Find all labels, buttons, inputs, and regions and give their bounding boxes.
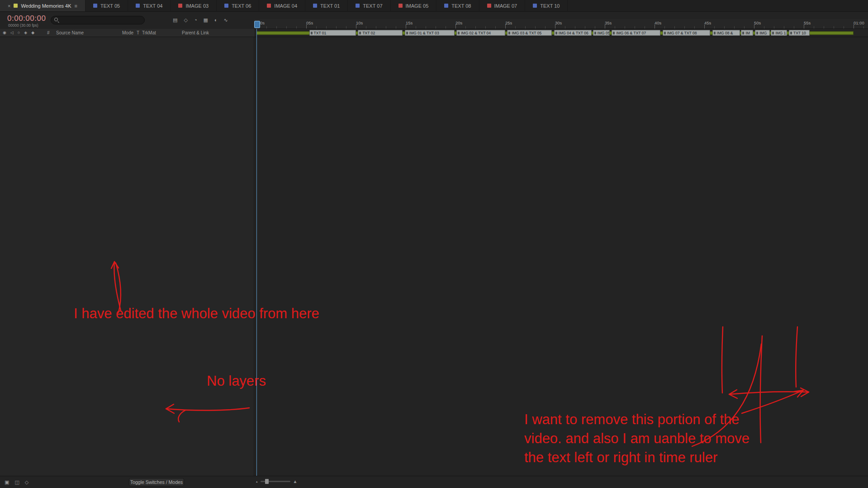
timeline-clip[interactable]: TXT 10 (789, 30, 810, 36)
time-ruler-area: :00s05s10s15s20s25s30s35s40s45s50s55s01:… (254, 12, 868, 29)
timeline-controls: 0:00:00:00 00000 (30.00 fps) ▤◇◔▦◐∿ (0, 12, 254, 29)
work-area-row: TXT 01TXT 02IMG 01 & TXT 03IMG 02 & TXT … (254, 29, 868, 37)
time-ruler-label: 10s (356, 20, 363, 25)
zoom-slider[interactable] (261, 481, 290, 482)
clip-label: IMG 1 (774, 31, 786, 35)
close-tab-icon[interactable]: × (8, 3, 10, 9)
comp-label-swatch (14, 4, 18, 8)
index-column-header: # (47, 30, 50, 35)
track-area-empty[interactable] (254, 37, 868, 476)
timeline-clip[interactable]: IMG (755, 30, 770, 36)
timeline-clip[interactable]: IMG 08 & (712, 30, 740, 36)
clip-label: TXT 10 (792, 31, 806, 35)
toggle-switches-modes-button[interactable]: Toggle Switches / Modes (129, 478, 184, 486)
time-ruler-label: 50s (754, 20, 761, 25)
time-ruler-label: 25s (505, 20, 512, 25)
time-ruler-label: 05s (306, 20, 313, 25)
timeline-clip[interactable]: IMG 07 & TXT 08 (663, 30, 711, 36)
time-ruler-label: 55s (804, 20, 811, 25)
tab-label: Wedding Memories 4K (21, 3, 71, 9)
timeline-toggle-icons: ▤◇◔▦◐∿ (173, 17, 228, 23)
clip-label: IMG 06 & TXT 07 (615, 31, 646, 35)
timeline-clip[interactable]: IMG 06 & TXT 07 (612, 30, 660, 36)
clip-label: IMG 01 & TXT 03 (408, 31, 439, 35)
zoom-out-icon[interactable]: ▴ (256, 480, 258, 483)
render-queue-icon[interactable]: ▣ (5, 479, 9, 485)
comp-label-swatch (313, 4, 317, 8)
tab-image-03[interactable]: IMAGE 03 (171, 0, 217, 11)
timeline-zoom-control: ▴ ▲ (256, 479, 297, 484)
tab-text-08[interactable]: TEXT 08 (436, 0, 479, 11)
clip-label: IM (744, 31, 749, 35)
source-name-column-header[interactable]: Source Name (56, 30, 84, 35)
hide-shy-layers-icon[interactable]: ◔ (194, 17, 197, 23)
time-ruler-label: 30s (555, 20, 562, 25)
tab-image-07[interactable]: IMAGE 07 (479, 0, 526, 11)
timeline-clip[interactable]: IMG 03 & TXT 05 (507, 30, 552, 36)
audio-column-icon[interactable]: ◁ (10, 30, 14, 35)
solo-column-icon[interactable]: ○ (18, 30, 20, 35)
timeline-footer-icons: ▣◫◇ (5, 479, 28, 485)
t-column-header[interactable]: T (137, 30, 139, 35)
tab-label: TEXT 05 (100, 3, 120, 9)
panel-menu-icon[interactable]: ≡ (75, 3, 77, 9)
timeline-clip[interactable]: IMG 1 (771, 30, 787, 36)
tab-image-04[interactable]: IMAGE 04 (259, 0, 305, 11)
tab-text-04[interactable]: TEXT 04 (128, 0, 171, 11)
timeline-clip[interactable]: TXT 02 (358, 30, 403, 36)
timeline-clip[interactable]: IMG 02 & TXT 04 (456, 30, 505, 36)
tab-wedding-memories-4k[interactable]: ×Wedding Memories 4K≡ (0, 0, 85, 11)
trkmat-column-header[interactable]: TrkMat (142, 30, 156, 35)
clip-label: TXT 02 (361, 31, 375, 35)
clip-label: IMG 08 & (716, 31, 733, 35)
timeline-clip[interactable]: IM (741, 30, 753, 36)
time-ruler[interactable]: :00s05s10s15s20s25s30s35s40s45s50s55s01:… (254, 19, 868, 29)
comp-marker-icon[interactable]: ◇ (25, 479, 28, 485)
zoom-slider-handle[interactable] (265, 479, 269, 484)
comp-label-swatch (178, 4, 182, 8)
timeline-clip[interactable]: IMG 04 & TXT 06 (554, 30, 592, 36)
comp-flowchart-icon[interactable]: ◫ (14, 479, 19, 485)
time-ruler-label: 20s (455, 20, 462, 25)
current-time-indicator-line[interactable] (256, 29, 257, 476)
current-time-indicator-head[interactable] (254, 21, 260, 28)
timeline-clip[interactable]: IMG 05 (593, 30, 610, 36)
time-ruler-label: 35s (605, 20, 612, 25)
comp-label-swatch (533, 4, 537, 8)
tab-text-05[interactable]: TEXT 05 (85, 0, 128, 11)
tab-label: IMAGE 05 (406, 3, 429, 9)
current-time-display[interactable]: 0:00:00:00 (7, 14, 46, 23)
timeline-clip[interactable]: TXT 01 (309, 30, 356, 36)
zoom-in-icon[interactable]: ▲ (293, 479, 298, 484)
tab-text-01[interactable]: TEXT 01 (305, 0, 348, 11)
draft-3d-icon[interactable]: ◇ (184, 17, 187, 23)
timeline-clip[interactable]: IMG 01 & TXT 03 (405, 30, 455, 36)
lock-column-icon[interactable]: ◈ (24, 30, 27, 35)
time-ruler-label: 40s (655, 20, 661, 25)
after-effects-window: Ae Adobe After Effects 2020 - Wedding Me… (0, 0, 868, 488)
tab-text-06[interactable]: TEXT 06 (217, 0, 259, 11)
timeline-search-input[interactable] (62, 18, 141, 23)
mode-column-header[interactable]: Mode (122, 30, 133, 35)
timeline-tabbar: ×Wedding Memories 4K≡TEXT 05TEXT 04IMAGE… (0, 0, 868, 12)
tab-text-10[interactable]: TEXT 10 (525, 0, 568, 11)
video-column-icon[interactable]: ◉ (3, 30, 6, 35)
composition-mini-flowchart-icon[interactable]: ▤ (173, 17, 177, 23)
tab-label: TEXT 07 (363, 3, 382, 9)
parent-link-column-header[interactable]: Parent & Link (182, 30, 209, 35)
layer-list-empty[interactable] (0, 37, 254, 476)
frame-blending-icon[interactable]: ▦ (204, 17, 208, 23)
comp-label-swatch (93, 4, 97, 8)
clip-label: IMG 05 (596, 31, 610, 35)
timeline-footer: ▣◫◇ Toggle Switches / Modes ▴ ▲ (0, 476, 868, 488)
search-icon (54, 18, 59, 23)
graph-editor-icon[interactable]: ∿ (224, 17, 228, 23)
tab-text-07[interactable]: TEXT 07 (348, 0, 390, 11)
motion-blur-icon[interactable]: ◐ (214, 17, 218, 23)
clip-label: TXT 01 (313, 31, 327, 35)
tab-image-05[interactable]: IMAGE 05 (391, 0, 437, 11)
tab-label: TEXT 01 (320, 3, 340, 9)
clip-label: IMG 03 & TXT 05 (510, 31, 541, 35)
timeline-search-box[interactable] (51, 16, 145, 24)
label-column-icon[interactable]: ◆ (31, 30, 34, 35)
